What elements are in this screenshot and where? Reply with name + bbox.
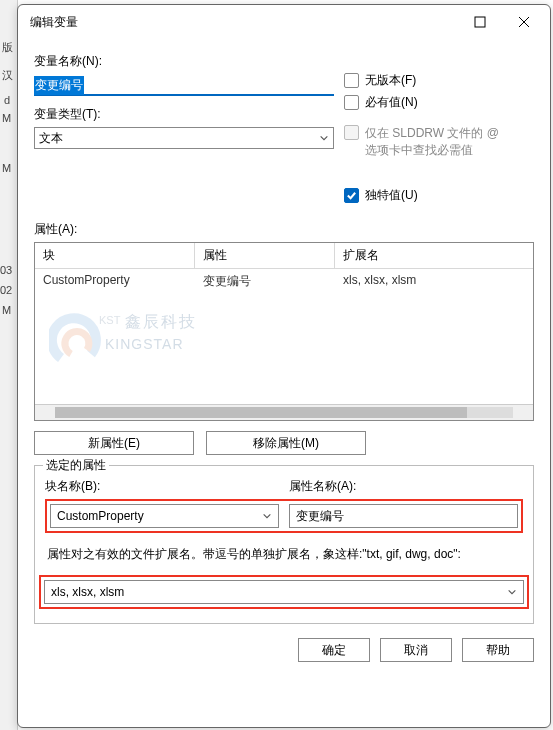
th-attr[interactable]: 属性	[195, 243, 335, 269]
extensions-value: xls, xlsx, xlsm	[51, 585, 124, 599]
new-attribute-button[interactable]: 新属性(E)	[34, 431, 194, 455]
attributes-label: 属性(A):	[34, 221, 534, 238]
help-button[interactable]: 帮助	[462, 638, 534, 662]
slddrw-checkbox	[344, 125, 359, 140]
table-empty-area: KST 鑫辰科技 KINGSTAR	[35, 294, 533, 404]
watermark: KST 鑫辰科技 KINGSTAR	[49, 312, 199, 373]
block-name-value: CustomProperty	[57, 509, 144, 523]
remove-attribute-button[interactable]: 移除属性(M)	[206, 431, 366, 455]
chevron-down-icon	[319, 133, 329, 143]
attributes-table: 块 属性 扩展名 CustomProperty 变更编号 xls, xlsx, …	[34, 242, 534, 421]
extensions-select[interactable]: xls, xlsx, xlsm	[44, 580, 524, 604]
chevron-down-icon	[262, 511, 272, 521]
must-have-checkbox[interactable]	[344, 95, 359, 110]
horizontal-scrollbar[interactable]	[35, 404, 533, 420]
extension-hint: 属性对之有效的文件扩展名。带逗号的单独扩展名，象这样:"txt, gif, dw…	[47, 545, 521, 563]
var-type-select[interactable]: 文本	[34, 127, 334, 149]
highlight-box-2: xls, xlsx, xlsm	[39, 575, 529, 609]
svg-rect-0	[475, 17, 485, 27]
selected-attribute-group: 选定的属性 块名称(B): 属性名称(A): CustomProperty	[34, 465, 534, 624]
block-name-label: 块名称(B):	[45, 478, 279, 495]
no-version-label: 无版本(F)	[365, 72, 416, 89]
must-have-label: 必有值(N)	[365, 94, 418, 111]
var-name-input[interactable]: 变更编号	[34, 74, 334, 96]
no-version-checkbox[interactable]	[344, 73, 359, 88]
td-block: CustomProperty	[35, 269, 195, 294]
var-name-label: 变量名称(N):	[34, 53, 334, 70]
attr-name-value: 变更编号	[296, 508, 344, 525]
close-button[interactable]	[502, 7, 546, 37]
window-title: 编辑变量	[30, 14, 458, 31]
background-app: 版 汉 d M M 03 02 M	[0, 0, 18, 730]
var-type-label: 变量类型(T):	[34, 106, 334, 123]
attr-name-input[interactable]: 变更编号	[289, 504, 518, 528]
dialog-edit-variable: 编辑变量 变量名称(N): 变更编号 变量类型(T): 文本	[17, 4, 551, 728]
chevron-down-icon	[507, 587, 517, 597]
var-name-selection: 变更编号	[34, 76, 84, 95]
var-type-value: 文本	[39, 130, 63, 147]
td-ext: xls, xlsx, xlsm	[335, 269, 533, 294]
td-attr: 变更编号	[195, 269, 335, 294]
titlebar: 编辑变量	[18, 5, 550, 39]
th-ext[interactable]: 扩展名	[335, 243, 533, 269]
group-legend: 选定的属性	[43, 457, 109, 474]
maximize-button[interactable]	[458, 7, 502, 37]
block-name-select[interactable]: CustomProperty	[50, 504, 279, 528]
th-block[interactable]: 块	[35, 243, 195, 269]
unique-label: 独特值(U)	[365, 187, 418, 204]
highlight-box-1: CustomProperty 变更编号	[45, 499, 523, 533]
slddrw-label-2: 选项卡中查找必需值	[365, 142, 499, 159]
unique-checkbox[interactable]	[344, 188, 359, 203]
table-header: 块 属性 扩展名	[35, 243, 533, 269]
cancel-button[interactable]: 取消	[380, 638, 452, 662]
attr-name-label: 属性名称(A):	[289, 478, 523, 495]
dialog-footer: 确定 取消 帮助	[18, 624, 550, 676]
ok-button[interactable]: 确定	[298, 638, 370, 662]
table-row[interactable]: CustomProperty 变更编号 xls, xlsx, xlsm	[35, 269, 533, 294]
slddrw-label-1: 仅在 SLDDRW 文件的 @	[365, 125, 499, 142]
